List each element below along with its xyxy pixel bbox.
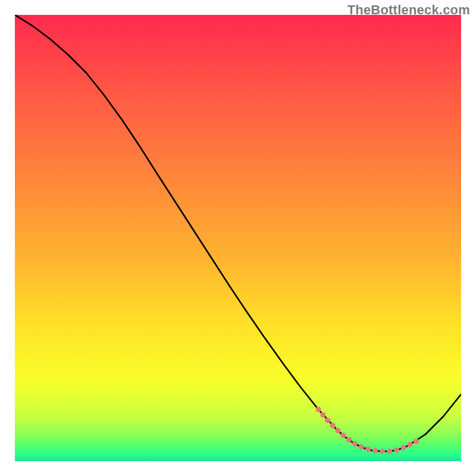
plot-area [15,15,461,461]
watermark-text: TheBottleneck.com [347,2,470,18]
plot-svg [15,15,461,461]
chart-root: TheBottleneck.com [0,0,476,476]
gradient-background [15,15,461,461]
